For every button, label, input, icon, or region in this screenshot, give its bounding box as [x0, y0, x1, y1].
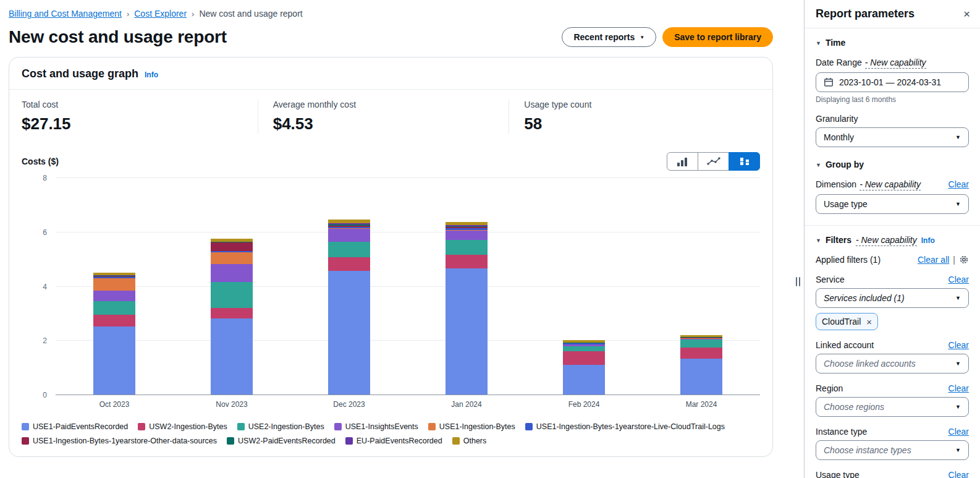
bar-segment[interactable] [446, 240, 488, 255]
service-select-value: Services included (1) [824, 293, 905, 303]
stacked-bar-nov-2023[interactable] [211, 239, 253, 395]
stacked-bar-oct-2023[interactable] [93, 273, 135, 395]
bar-segment[interactable] [211, 282, 253, 308]
bar-segment[interactable] [93, 278, 135, 291]
breadcrumb-link[interactable]: Cost Explorer [134, 9, 187, 19]
stacked-bar-feb-2024[interactable] [563, 340, 605, 395]
legend-item[interactable]: USW2-Ingestion-Bytes [138, 422, 227, 431]
chevron-down-icon: ▼ [955, 447, 961, 453]
x-axis-tick-label: Jan 2024 [451, 400, 481, 409]
chevron-down-icon: ▼ [816, 162, 821, 168]
clear-instance-type-link[interactable]: Clear [948, 427, 969, 437]
region-filter-select[interactable]: Choose regions▼ [816, 397, 969, 417]
bar-segment[interactable] [93, 326, 135, 395]
group-by-section-header[interactable]: ▼ Group by [816, 160, 969, 169]
instance-type-select-value: Choose instance types [824, 445, 911, 455]
legend-swatch [345, 437, 353, 445]
y-axis-tick-label: 6 [43, 228, 47, 237]
service-filter-label: Service [816, 275, 845, 284]
bar-segment[interactable] [93, 301, 135, 315]
recent-reports-button[interactable]: Recent reports ▼ [562, 27, 656, 47]
legend-item[interactable]: Others [452, 437, 487, 445]
legend-item[interactable]: USE1-PaidEventsRecorded [22, 422, 128, 431]
breadcrumb: Billing and Cost Management›Cost Explore… [9, 0, 773, 19]
linked-account-filter-select[interactable]: Choose linked accounts▼ [816, 354, 969, 373]
info-link[interactable]: Info [145, 70, 158, 79]
bar-segment[interactable] [211, 264, 253, 282]
dimension-select[interactable]: Usage type ▼ [816, 194, 969, 214]
token-dismiss-icon[interactable]: × [866, 317, 872, 326]
line-chart-type-button[interactable] [698, 152, 729, 171]
legend-item[interactable]: USE1-InsightsEvents [334, 422, 418, 431]
granularity-select[interactable]: Monthly ▼ [816, 127, 969, 147]
service-filter-select[interactable]: Services included (1)▼ [816, 288, 969, 308]
chevron-down-icon: ▼ [640, 35, 644, 40]
bar-segment[interactable] [93, 315, 135, 327]
close-icon[interactable]: × [963, 8, 970, 20]
clear-dimension-link[interactable]: Clear [948, 179, 969, 189]
legend-item[interactable]: EU-PaidEventsRecorded [345, 437, 442, 445]
bar-chart-type-button[interactable] [667, 152, 698, 171]
legend-label: USE1-InsightsEvents [345, 422, 418, 431]
bar-segment[interactable] [211, 308, 253, 318]
applied-filters-row: Applied filters (1) Clear all | [816, 255, 969, 265]
legend-item[interactable]: USE2-Ingestion-Bytes [237, 422, 324, 431]
filter-token: CloudTrail× [816, 313, 878, 330]
stacked-bar-jan-2024[interactable] [446, 222, 488, 395]
stacked-bar-chart-icon [738, 156, 751, 166]
bar-segment[interactable] [563, 351, 605, 365]
bar-segment[interactable] [446, 231, 488, 240]
instance-type-filter-select[interactable]: Choose instance types▼ [816, 440, 969, 460]
legend-swatch [428, 423, 436, 430]
bar-segment[interactable] [211, 252, 253, 265]
filter-settings-button[interactable] [959, 255, 969, 265]
filter-token-label: CloudTrail [822, 317, 861, 326]
panel-resize-handle-icon[interactable] [796, 277, 800, 286]
main-content: Billing and Cost Management›Cost Explore… [0, 0, 804, 478]
bar-segment[interactable] [328, 229, 370, 241]
legend-item[interactable]: USE1-Ingestion-Bytes-1yearstore-Live-Clo… [525, 422, 725, 431]
bar-segment[interactable] [93, 291, 135, 301]
clear-region-link[interactable]: Clear [948, 383, 969, 393]
breadcrumb-link[interactable]: Billing and Cost Management [9, 9, 122, 19]
section-divider [805, 225, 980, 226]
legend-item[interactable]: USE1-Ingestion-Bytes [428, 422, 515, 431]
y-axis-tick-label: 2 [43, 336, 47, 345]
filters-section-header[interactable]: ▼ Filters - New capability Info [816, 235, 969, 246]
stacked-bar-dec-2023[interactable] [328, 220, 370, 395]
bar-segment[interactable] [563, 365, 605, 395]
bar-segment[interactable] [563, 346, 605, 351]
bar-segment[interactable] [328, 271, 370, 395]
bar-chart-icon [676, 156, 690, 166]
date-range-input[interactable]: 2023-10-01 — 2024-03-31 [816, 72, 969, 92]
group-by-section-label: Group by [826, 160, 864, 169]
clear-usage-type-link[interactable]: Clear [948, 470, 969, 478]
legend-swatch [138, 423, 145, 430]
stacked-bar-mar-2024[interactable] [680, 335, 722, 395]
bar-segment[interactable] [680, 339, 722, 348]
bar-segment[interactable] [211, 318, 253, 395]
instance-type-label-row: Instance typeClear [816, 427, 969, 437]
gear-icon [959, 255, 969, 265]
bar-segment[interactable] [446, 255, 488, 268]
time-section-header[interactable]: ▼ Time [816, 38, 969, 48]
bar-segment[interactable] [328, 242, 370, 257]
legend-item[interactable]: USW2-PaidEventsRecorded [227, 437, 336, 445]
clear-linked-account-link[interactable]: Clear [948, 340, 969, 350]
legend-item[interactable]: USE1-Ingestion-Bytes-1yearstore-Other-da… [22, 437, 217, 445]
clear-all-filters-link[interactable]: Clear all [918, 255, 949, 265]
x-axis-tick-label: Feb 2024 [568, 400, 600, 409]
bar-segment[interactable] [211, 242, 253, 251]
dimension-value: Usage type [824, 199, 868, 209]
save-to-report-library-button[interactable]: Save to report library [662, 27, 773, 47]
bar-segment[interactable] [680, 348, 722, 359]
bar-segment[interactable] [446, 268, 488, 395]
new-capability-label: - New capability [860, 179, 921, 190]
bar-segment[interactable] [680, 359, 722, 395]
stacked-bar-chart-type-button[interactable] [729, 152, 760, 171]
usage-type-label-row: Usage typeClear [816, 470, 969, 478]
bar-segment[interactable] [328, 257, 370, 271]
clear-service-link[interactable]: Clear [948, 275, 969, 284]
info-link[interactable]: Info [921, 236, 935, 245]
legend-label: USE1-PaidEventsRecorded [33, 422, 128, 431]
